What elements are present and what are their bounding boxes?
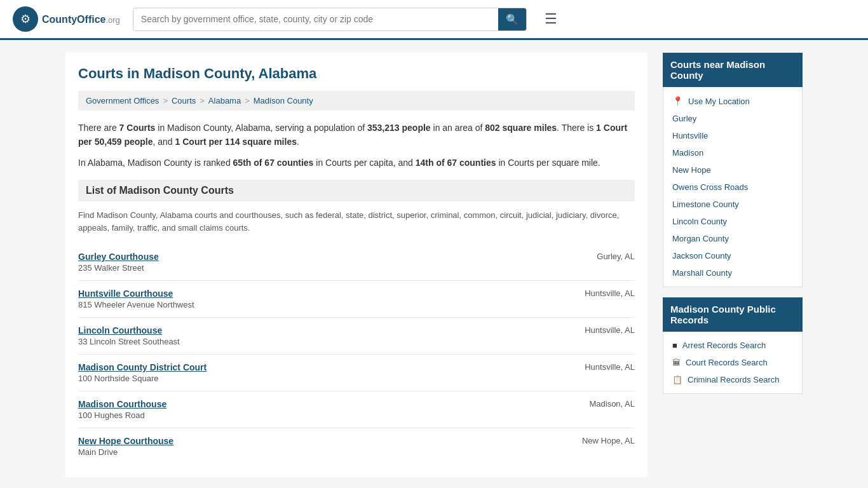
sidebar-link-limestone-county[interactable]: Limestone County [663,196,802,213]
criminal-records-label: Criminal Records Search [688,375,780,384]
breadcrumb-sep-1: > [163,96,168,105]
court-records-icon: 🏛 [672,358,681,367]
sidebar-nearby-heading: Courts near Madison County [663,53,803,87]
hamburger-icon: ☰ [545,11,557,27]
sidebar-link-morgan-county[interactable]: Morgan County [663,230,802,247]
content-area: Courts in Madison County, Alabama Govern… [65,53,648,477]
breadcrumb-item-courts[interactable]: Courts [172,96,196,105]
court-name[interactable]: Madison County District Court [78,362,207,372]
court-item: Lincoln Courthouse 33 Lincoln Street Sou… [78,318,635,355]
court-info: Lincoln Courthouse 33 Lincoln Street Sou… [78,325,180,346]
list-heading: List of Madison County Courts [78,180,635,201]
search-input[interactable] [133,9,498,29]
court-item: Madison Courthouse 100 Hughes Road Madis… [78,391,635,428]
sidebar-public-records-section: Madison County Public Records ■ Arrest R… [663,297,803,394]
sidebar-link-gurley[interactable]: Gurley [663,110,802,127]
court-location: Huntsville, AL [585,325,635,335]
sidebar-link-owens-cross-roads[interactable]: Owens Cross Roads [663,179,802,196]
court-address: 815 Wheeler Avenue Northwest [78,300,194,309]
breadcrumb-sep-2: > [200,96,205,105]
search-button[interactable]: 🔍 [498,8,526,30]
criminal-records-link[interactable]: 📋 Criminal Records Search [663,371,802,388]
search-container: 🔍 [133,8,527,31]
court-location: Huntsville, AL [585,288,635,298]
location-icon: 📍 [672,96,683,106]
sidebar: Courts near Madison County 📍 Use My Loca… [663,53,803,477]
court-info: New Hope Courthouse Main Drive [78,436,173,457]
court-info: Madison Courthouse 100 Hughes Road [78,399,166,420]
sidebar-nearby-section: Courts near Madison County 📍 Use My Loca… [663,53,803,287]
breadcrumb-item-madison[interactable]: Madison County [254,96,313,105]
page-title: Courts in Madison County, Alabama [78,65,635,82]
court-location: Huntsville, AL [585,362,635,372]
courts-list: Gurley Courthouse 235 Walker Street Gurl… [78,244,635,464]
sidebar-public-records-content: ■ Arrest Records Search 🏛 Court Records … [663,332,803,394]
court-address: 100 Northside Square [78,374,207,383]
court-address: Main Drive [78,447,173,457]
arrest-icon: ■ [672,341,677,350]
header: ⚙ CountyOffice.org 🔍 ☰ [0,0,868,40]
sidebar-link-marshall-county[interactable]: Marshall County [663,264,802,281]
sidebar-nearby-content: 📍 Use My Location Gurley Huntsville Madi… [663,87,803,287]
sidebar-public-records-heading: Madison County Public Records [663,297,803,332]
court-info: Huntsville Courthouse 815 Wheeler Avenue… [78,288,194,309]
info-paragraph-2: In Alabama, Madison County is ranked 65t… [78,156,635,170]
list-description: Find Madison County, Alabama courts and … [78,209,635,234]
court-address: 235 Walker Street [78,263,159,273]
court-records-link[interactable]: 🏛 Court Records Search [663,354,802,371]
court-address: 100 Hughes Road [78,410,166,420]
arrest-records-label: Arrest Records Search [682,341,766,350]
court-item: Huntsville Courthouse 815 Wheeler Avenue… [78,281,635,318]
sidebar-link-madison[interactable]: Madison [663,144,802,161]
logo-icon: ⚙ [13,6,38,32]
court-records-label: Court Records Search [686,358,768,367]
breadcrumb-item-alabama[interactable]: Alabama [208,96,241,105]
sidebar-link-jackson-county[interactable]: Jackson County [663,247,802,264]
sidebar-link-lincoln-county[interactable]: Lincoln County [663,213,802,230]
sidebar-link-new-hope[interactable]: New Hope [663,161,802,179]
court-name[interactable]: New Hope Courthouse [78,436,173,446]
search-icon: 🔍 [506,14,519,25]
court-item: Gurley Courthouse 235 Walker Street Gurl… [78,244,635,281]
court-info: Madison County District Court 100 Norths… [78,362,207,383]
info-paragraph-1: There are 7 Courts in Madison County, Al… [78,121,635,149]
court-location: Madison, AL [589,399,635,409]
court-address: 33 Lincoln Street Southeast [78,337,180,346]
court-item: Madison County District Court 100 Norths… [78,355,635,391]
court-info: Gurley Courthouse 235 Walker Street [78,252,159,273]
court-name[interactable]: Lincoln Courthouse [78,325,180,336]
use-my-location-link[interactable]: 📍 Use My Location [663,92,802,110]
logo-link[interactable]: ⚙ CountyOffice.org [13,6,120,32]
court-item: New Hope Courthouse Main Drive New Hope,… [78,428,635,464]
logo-text: CountyOffice.org [42,13,120,26]
court-name[interactable]: Madison Courthouse [78,399,166,409]
arrest-records-link[interactable]: ■ Arrest Records Search [663,337,802,354]
court-name[interactable]: Gurley Courthouse [78,252,159,262]
breadcrumb-sep-3: > [245,96,250,105]
sidebar-link-huntsville[interactable]: Huntsville [663,127,802,144]
court-name[interactable]: Huntsville Courthouse [78,288,194,299]
info-section: There are 7 Courts in Madison County, Al… [78,121,635,170]
court-location: Gurley, AL [597,252,635,261]
main-container: Courts in Madison County, Alabama Govern… [53,40,815,488]
court-location: New Hope, AL [582,436,635,445]
breadcrumb-item-gov[interactable]: Government Offices [86,96,159,105]
menu-button[interactable]: ☰ [539,8,562,30]
breadcrumb: Government Offices > Courts > Alabama > … [78,91,635,111]
criminal-records-icon: 📋 [672,375,682,384]
use-my-location-label: Use My Location [688,97,750,106]
